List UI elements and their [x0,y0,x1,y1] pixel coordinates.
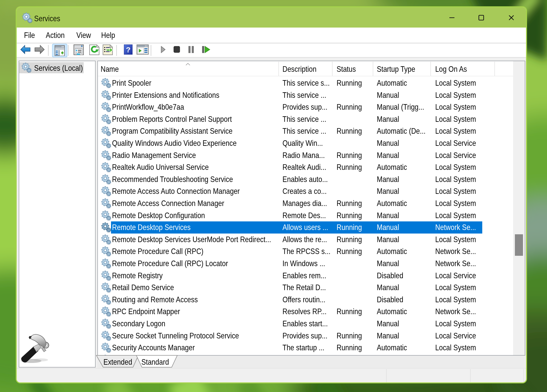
svg-text:?: ? [126,45,130,54]
